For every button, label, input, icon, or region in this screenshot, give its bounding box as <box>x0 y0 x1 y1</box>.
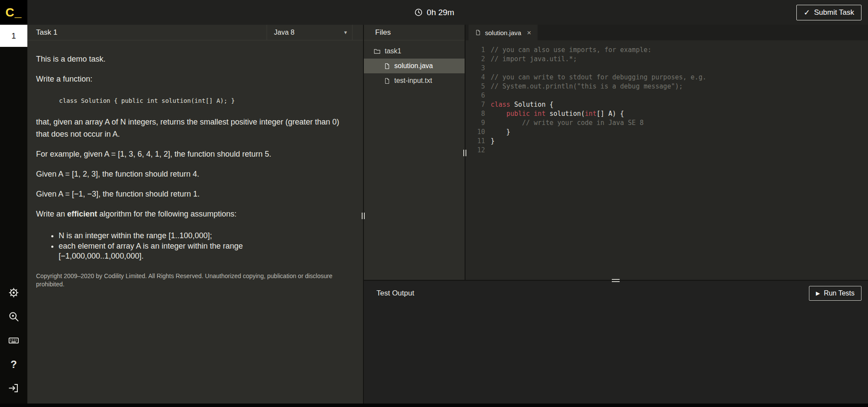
question-mark-glyph: ? <box>10 358 17 371</box>
files-panel-header: Files <box>364 25 465 40</box>
workspace: Files task1 solut <box>364 25 868 280</box>
assumptions-bold: efficient <box>67 210 97 218</box>
task-write-paragraph: Write a function: <box>36 73 344 85</box>
line-number: 6 <box>465 91 491 100</box>
topbar: C_ 0h 29m ✓ Submit Task <box>0 0 868 25</box>
right-column: Files task1 solut <box>364 25 868 404</box>
files-panel: Files task1 solut <box>364 25 465 280</box>
test-output-header: Test Output ▶ Run Tests <box>364 281 868 306</box>
bottom-strip <box>0 404 868 407</box>
files-panel-title: Files <box>375 28 391 37</box>
code-line[interactable]: 11} <box>465 137 868 146</box>
file-icon <box>384 63 390 69</box>
line-content: public int solution(int[] A) { <box>491 109 624 118</box>
line-content: // you can write to stdout for debugging… <box>491 73 706 82</box>
line-content: } <box>491 137 495 146</box>
submit-task-button[interactable]: ✓ Submit Task <box>796 5 861 20</box>
task-description-panel: Task 1 Java 8 ▾ This is a demo task. Wri… <box>27 25 364 404</box>
check-icon: ✓ <box>804 9 810 16</box>
line-number: 8 <box>465 109 491 118</box>
codility-logo[interactable]: C_ <box>0 0 27 25</box>
assumption-item: N is an integer within the range [1..100… <box>59 231 262 241</box>
close-tab-icon[interactable]: × <box>527 29 531 36</box>
left-rail: 1 ? <box>0 25 27 404</box>
chevron-down-icon: ▾ <box>344 29 347 36</box>
line-content: class Solution { <box>491 100 554 109</box>
line-content: } <box>491 128 510 137</box>
files-panel-resize-handle[interactable] <box>463 150 466 156</box>
task-example2-paragraph: Given A = [1, 2, 3], the function should… <box>36 168 344 181</box>
code-line[interactable]: 12 <box>465 146 868 155</box>
file-icon <box>475 30 481 36</box>
line-content: // you can also use imports, for example… <box>491 46 651 55</box>
task-panel-resize-handle[interactable] <box>362 213 365 219</box>
copyright-notice: Copyright 2009–2020 by Codility Limited.… <box>36 272 344 289</box>
logout-icon[interactable] <box>8 382 20 394</box>
line-number: 10 <box>465 128 491 137</box>
editor-tab-solution-java[interactable]: solution.java × <box>469 25 538 40</box>
code-line[interactable]: 3 <box>465 64 868 73</box>
settings-gear-icon[interactable] <box>8 287 20 299</box>
folder-task1[interactable]: task1 <box>364 44 465 59</box>
line-content: // write your code in Java SE 8 <box>491 118 644 128</box>
help-icon[interactable]: ? <box>8 358 20 370</box>
task-body: This is a demo task. Write a function: c… <box>27 40 363 404</box>
line-number: 5 <box>465 82 491 91</box>
run-tests-label: Run Tests <box>824 289 855 297</box>
rail-icons: ? <box>8 287 20 404</box>
test-output-title: Test Output <box>376 289 414 298</box>
clock-icon <box>414 8 423 17</box>
task-tab-1[interactable]: 1 <box>0 25 27 47</box>
task-intro-paragraph: This is a demo task. <box>36 53 344 66</box>
file-name: solution.java <box>394 62 433 70</box>
app: C_ 0h 29m ✓ Submit Task 1 <box>0 0 868 407</box>
line-number: 12 <box>465 146 491 155</box>
code-line[interactable]: 1// you can also use imports, for exampl… <box>465 46 868 55</box>
line-number: 1 <box>465 46 491 55</box>
task-description-paragraph: that, given an array A of N integers, re… <box>36 116 344 141</box>
line-content: // import java.util.*; <box>491 55 577 64</box>
task-assumptions-paragraph: Write an efficient algorithm for the fol… <box>36 208 344 220</box>
line-number: 7 <box>465 100 491 109</box>
assumptions-list: N is an integer within the range [1..100… <box>36 231 262 261</box>
file-test-input-txt[interactable]: test-input.txt <box>364 73 465 88</box>
assumptions-prefix: Write an <box>36 210 67 218</box>
file-tree: task1 solution.java test-i <box>364 40 465 88</box>
zoom-preview-icon[interactable] <box>8 311 20 322</box>
code-editor[interactable]: 1// you can also use imports, for exampl… <box>465 40 868 280</box>
timer-value: 0h 29m <box>427 8 454 17</box>
editor-panel: solution.java × 1// you can also use imp… <box>465 25 868 280</box>
code-line[interactable]: 6 <box>465 91 868 100</box>
task-panel-header: Task 1 Java 8 ▾ <box>27 25 363 40</box>
folder-name: task1 <box>385 47 401 55</box>
code-line[interactable]: 7class Solution { <box>465 100 868 109</box>
language-dropdown-value: Java 8 <box>274 29 294 36</box>
task-example1-paragraph: For example, given A = [1, 3, 6, 4, 1, 2… <box>36 148 344 161</box>
test-output-resize-handle[interactable] <box>612 279 620 282</box>
code-line[interactable]: 2// import java.util.*; <box>465 55 868 64</box>
line-number: 4 <box>465 73 491 82</box>
language-dropdown[interactable]: Java 8 ▾ <box>267 25 353 40</box>
code-line[interactable]: 4// you can write to stdout for debuggin… <box>465 73 868 82</box>
run-tests-button[interactable]: ▶ Run Tests <box>809 286 861 301</box>
code-line[interactable]: 5// System.out.println("this is a debug … <box>465 82 868 91</box>
line-number: 2 <box>465 55 491 64</box>
timer: 0h 29m <box>414 8 454 17</box>
file-name: test-input.txt <box>394 77 432 85</box>
code-line[interactable]: 9 // write your code in Java SE 8 <box>465 118 868 128</box>
file-solution-java[interactable]: solution.java <box>364 59 465 73</box>
code-line[interactable]: 10 } <box>465 128 868 137</box>
code-lines: 1// you can also use imports, for exampl… <box>465 46 868 155</box>
task-code-signature: class Solution { public int solution(int… <box>36 96 354 106</box>
code-line[interactable]: 8 public int solution(int[] A) { <box>465 109 868 118</box>
line-number: 11 <box>465 137 491 146</box>
line-number: 3 <box>465 64 491 73</box>
task-example3-paragraph: Given A = [−1, −3], the function should … <box>36 188 344 200</box>
test-output-panel: Test Output ▶ Run Tests <box>364 280 868 404</box>
assumptions-suffix: algorithm for the following assumptions: <box>97 210 237 218</box>
submit-task-label: Submit Task <box>814 8 854 17</box>
keyboard-shortcuts-icon[interactable] <box>8 335 20 346</box>
editor-tab-label: solution.java <box>485 29 521 36</box>
editor-tab-bar: solution.java × <box>465 25 868 40</box>
line-number: 9 <box>465 118 491 128</box>
